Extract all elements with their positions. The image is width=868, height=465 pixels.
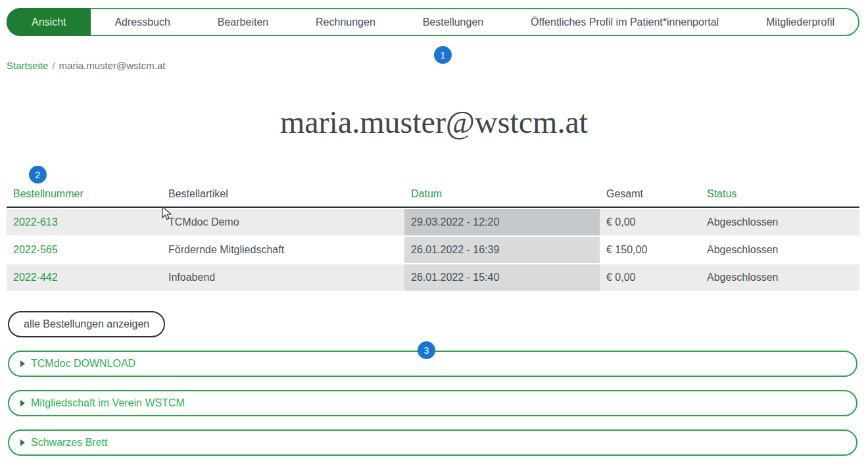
order-date: 29.03.2022 - 12:20	[404, 209, 600, 235]
breadcrumb-home-link[interactable]: Startseite	[7, 60, 48, 71]
column-header-bestellnummer[interactable]: Bestellnummer	[7, 184, 162, 207]
accordion-label: TCMdoc DOWNLOAD	[31, 358, 135, 370]
tab-rechnungen[interactable]: Rechnungen	[292, 9, 399, 35]
tab-bearbeiten[interactable]: Bearbeiten	[194, 9, 292, 35]
order-total: € 150,00	[600, 237, 700, 263]
order-article: Infoabend	[162, 264, 404, 291]
order-article: Fördernde Mitgliedschaft	[162, 237, 404, 263]
order-number-link[interactable]: 2022-565	[7, 237, 162, 263]
page-title: maria.muster@wstcm.at	[0, 104, 868, 140]
tab-bestellungen[interactable]: Bestellungen	[399, 9, 507, 35]
accordion-schwarzes-brett[interactable]: Schwarzes Brett	[8, 429, 857, 456]
order-status: Abgeschlossen	[700, 264, 859, 291]
column-header-datum[interactable]: Datum	[404, 184, 600, 207]
tab-ansicht[interactable]: Ansicht	[7, 8, 91, 36]
column-header-status[interactable]: Status	[700, 184, 859, 207]
step-badge-2: 2	[29, 166, 47, 184]
column-header-bestellartikel: Bestellartikel	[162, 184, 404, 207]
column-header-gesamt: Gesamt	[600, 184, 700, 207]
breadcrumb: Startseite/maria.muster@wstcm.at	[7, 60, 165, 71]
tab-adressbuch[interactable]: Adressbuch	[91, 9, 193, 35]
order-article: TCMdoc Demo	[162, 209, 404, 235]
order-total: € 0,00	[600, 264, 700, 291]
breadcrumb-current: maria.muster@wstcm.at	[59, 60, 166, 71]
accordion-label: Schwarzes Brett	[31, 437, 107, 449]
order-status: Abgeschlossen	[700, 237, 859, 263]
show-all-orders-button[interactable]: alle Bestellungen anzeigen	[8, 311, 165, 337]
triangle-right-icon	[20, 400, 25, 406]
step-badge-3: 3	[418, 341, 435, 359]
order-date: 26.01.2022 - 16:39	[404, 237, 600, 263]
accordion-mitgliedschaft[interactable]: Mitgliedschaft im Verein WSTCM	[8, 390, 857, 416]
orders-table-header: Bestellnummer Bestellartikel Datum Gesam…	[7, 184, 859, 208]
triangle-right-icon	[20, 360, 25, 367]
order-number-link[interactable]: 2022-613	[7, 209, 162, 235]
triangle-right-icon	[20, 439, 25, 446]
accordion-label: Mitgliedschaft im Verein WSTCM	[31, 397, 185, 409]
table-row[interactable]: 2022-442 Infoabend 26.01.2022 - 15:40 € …	[7, 264, 859, 291]
step-badge-1: 1	[434, 46, 452, 64]
tab-mitgliederprofil[interactable]: Mitgliederprofil	[742, 9, 858, 35]
breadcrumb-separator: /	[52, 60, 55, 71]
order-status: Abgeschlossen	[700, 209, 859, 235]
table-row[interactable]: 2022-613 TCMdoc Demo 29.03.2022 - 12:20 …	[7, 209, 859, 235]
orders-table: Bestellnummer Bestellartikel Datum Gesam…	[7, 184, 859, 291]
tab-oeffentliches-profil[interactable]: Öffentliches Profil im Patient*innenport…	[507, 9, 742, 35]
order-date: 26.01.2022 - 15:40	[404, 264, 600, 291]
table-row[interactable]: 2022-565 Fördernde Mitgliedschaft 26.01.…	[7, 237, 859, 263]
tab-bar: Ansicht Adressbuch Bearbeiten Rechnungen…	[7, 8, 859, 36]
order-total: € 0,00	[600, 209, 700, 235]
order-number-link[interactable]: 2022-442	[7, 264, 162, 291]
